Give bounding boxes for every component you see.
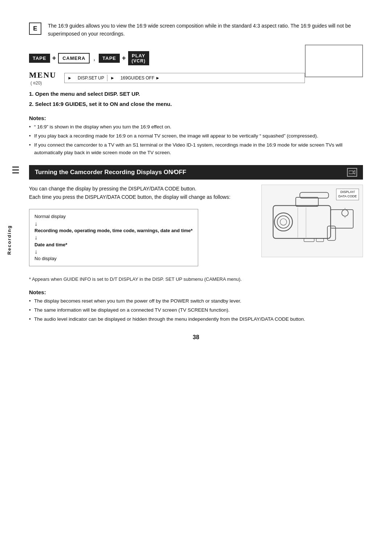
side-recording-label: Recording xyxy=(7,225,12,255)
svg-point-5 xyxy=(280,219,287,225)
play-vcr-button: PLAY (VCR) xyxy=(128,51,149,65)
menu-nav: ► DISP.SET UP ► 169GUIDES OFF ► xyxy=(64,73,305,83)
play-label: PLAY xyxy=(132,53,145,58)
flow-item2: Recording mode, operating mode, time cod… xyxy=(34,227,193,234)
menu-sub-label: ( ¤20) xyxy=(30,81,60,86)
footnote: * Appears when GUIDE INFO is set to D/T … xyxy=(29,276,363,282)
svg-rect-11 xyxy=(304,239,314,242)
menu-arrow2: ► xyxy=(107,75,118,81)
notes1-title: Notes: xyxy=(29,115,363,121)
camera-button: CAMERA xyxy=(58,53,90,63)
steps-section: 1. Open the menu and select DISP. SET UP… xyxy=(29,90,363,108)
display-data-code-label: DISPLAY/DATA CODE xyxy=(336,189,359,200)
notes1-item-2: If you play back a recording made for 16… xyxy=(29,132,363,140)
camcorder-illustration: DISPLAY/DATA CODE xyxy=(261,185,363,257)
plus1-symbol: + xyxy=(52,54,56,62)
notes2-list: The display becomes reset when you turn … xyxy=(29,297,363,323)
top-section: E The 16:9 guides allows you to view the… xyxy=(29,22,363,38)
tape2-button: TAPE xyxy=(99,54,120,63)
step2: 2. Select 16:9 GUIDES, set it to ON and … xyxy=(29,100,363,108)
menu-label: MENU xyxy=(29,70,56,80)
notes2-item-1: The display becomes reset when you turn … xyxy=(29,297,363,305)
tape1-button: TAPE xyxy=(29,54,50,63)
recording-section-wrapper: Turning the Camcorder Recording Displays… xyxy=(29,165,363,270)
flow-item1: Normal display xyxy=(34,213,193,220)
e-box: E xyxy=(29,22,41,35)
svg-rect-2 xyxy=(273,206,331,239)
notes1-item-1: “ 16:9” is shown in the display when you… xyxy=(29,123,363,131)
display-flow-box: Normal display ↓ Recording mode, operati… xyxy=(29,209,198,266)
svg-point-13 xyxy=(342,210,348,216)
flow-arrow2: ↓ xyxy=(34,234,193,241)
menu-item: DISP.SET UP xyxy=(75,75,107,81)
flow-item3: Date and time* xyxy=(34,241,193,248)
menu-result: 169GUIDES OFF ► xyxy=(118,75,163,81)
notes2-item-3: The audio level indicator can be display… xyxy=(29,316,363,323)
accent-line-1 xyxy=(12,167,19,168)
comma-symbol: , xyxy=(93,54,95,62)
recording-text: You can change the display by pressing t… xyxy=(29,185,254,270)
flow-arrow3: ↓ xyxy=(34,248,193,255)
camcorder-icon xyxy=(349,169,355,175)
svg-marker-1 xyxy=(353,171,355,174)
notes1-list: “ 16:9” is shown in the display when you… xyxy=(29,123,363,157)
svg-rect-6 xyxy=(296,197,318,206)
menu-row: MENU ( ¤20) ► DISP.SET UP ► 169GUIDES OF… xyxy=(29,70,305,86)
section-icon xyxy=(347,168,357,177)
menu-arrow1: ► xyxy=(65,75,75,81)
svg-point-4 xyxy=(277,216,290,228)
svg-rect-12 xyxy=(316,239,323,242)
step1: 1. Open the menu and select DISP. SET UP… xyxy=(29,90,363,98)
left-accent-lines xyxy=(12,165,19,173)
plus2-symbol: + xyxy=(122,54,126,62)
vcr-label: (VCR) xyxy=(132,58,146,63)
accent-line-3 xyxy=(12,172,19,173)
svg-rect-0 xyxy=(349,171,353,174)
accent-line-2 xyxy=(12,169,19,171)
section-title: Turning the Camcorder Recording Displays… xyxy=(35,169,186,176)
screen-box xyxy=(305,45,363,77)
recording-intro: You can change the display by pressing t… xyxy=(29,185,254,201)
flow-item4: No display xyxy=(34,255,193,262)
notes2-title: Notes: xyxy=(29,289,363,295)
footnote-text: * Appears when GUIDE INFO is set to D/T … xyxy=(29,276,242,282)
notes1-item-3: If you connect the camcorder to a TV wit… xyxy=(29,141,363,157)
page-number: 38 xyxy=(29,334,363,341)
section-header: Turning the Camcorder Recording Displays… xyxy=(29,165,363,180)
page-container: Recording E The 16:9 guides allows you t… xyxy=(0,0,392,534)
flow-arrow1: ↓ xyxy=(34,220,193,227)
top-description: The 16:9 guides allows you to view the 1… xyxy=(48,22,363,38)
recording-content: You can change the display by pressing t… xyxy=(29,185,363,270)
notes2-section: Notes: The display becomes reset when yo… xyxy=(29,289,363,323)
mode-row: TAPE + CAMERA , TAPE + PLAY (VCR) xyxy=(29,51,305,65)
notes1-section: Notes: “ 16:9” is shown in the display w… xyxy=(29,115,363,157)
notes2-item-2: The same information will be displayed o… xyxy=(29,307,363,314)
